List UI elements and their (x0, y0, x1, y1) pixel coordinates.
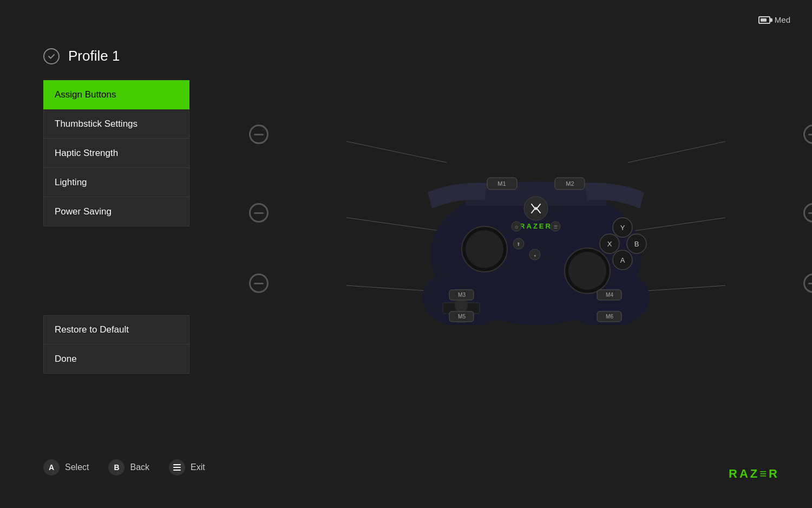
svg-point-13 (524, 197, 548, 220)
action-buttons: Restore to Default Done (43, 315, 189, 374)
profile-icon (43, 48, 60, 64)
svg-text:A: A (620, 256, 625, 264)
svg-line-3 (620, 213, 725, 233)
svg-text:B: B (634, 240, 639, 248)
svg-text:X: X (607, 240, 612, 248)
menu-line-3 (173, 470, 181, 471)
svg-text:M6: M6 (606, 314, 613, 320)
controller-wrapper: M1 M2 RAZER ⊙ ☰ M3 (292, 97, 780, 325)
svg-text:⊙: ⊙ (515, 225, 519, 230)
svg-point-20 (466, 230, 503, 268)
svg-line-0 (346, 134, 447, 162)
b-button-icon: B (108, 459, 125, 476)
exit-label: Exit (191, 463, 205, 472)
select-label: Select (65, 463, 89, 472)
menu-line-2 (173, 467, 181, 468)
checkmark-icon (47, 52, 56, 61)
bottom-nav: A Select B Back Exit (43, 459, 205, 476)
no-entry-mid-right (803, 203, 812, 223)
done-button[interactable]: Done (43, 344, 189, 374)
svg-text:Y: Y (620, 224, 625, 232)
no-entry-top-left (249, 125, 269, 144)
battery-icon (758, 16, 770, 24)
menu-item-thumbstick-settings[interactable]: Thumbstick Settings (43, 109, 189, 139)
no-entry-bot-left (249, 273, 269, 293)
svg-text:☰: ☰ (554, 225, 558, 230)
profile-title: Profile 1 (68, 48, 120, 64)
profile-header: Profile 1 (43, 48, 120, 64)
no-entry-bot-right (803, 273, 812, 293)
back-label: Back (130, 463, 149, 472)
nav-select[interactable]: A Select (43, 459, 89, 476)
nav-back[interactable]: B Back (108, 459, 149, 476)
svg-point-23 (455, 299, 468, 312)
no-entry-mid-left (249, 203, 269, 223)
menu-item-power-saving[interactable]: Power Saving (43, 197, 189, 226)
nav-exit[interactable]: Exit (169, 459, 205, 476)
controller-svg: M1 M2 RAZER ⊙ ☰ M3 (346, 97, 725, 325)
svg-text:M4: M4 (606, 292, 613, 298)
svg-text:M1: M1 (497, 180, 506, 187)
svg-text:M3: M3 (458, 292, 466, 298)
controller-area: M1 M2 RAZER ⊙ ☰ M3 (217, 81, 780, 341)
svg-point-29 (568, 252, 606, 290)
menu-button-icon (169, 459, 185, 476)
no-entry-top-right (803, 125, 812, 144)
menu-item-haptic-strength[interactable]: Haptic Strength (43, 139, 189, 168)
svg-text:M5: M5 (458, 314, 466, 320)
svg-text:●: ● (534, 253, 536, 257)
sidebar-menu: Assign Buttons Thumbstick Settings Hapti… (43, 80, 189, 226)
svg-text:RAZER: RAZER (520, 222, 552, 230)
restore-default-button[interactable]: Restore to Default (43, 315, 189, 344)
menu-item-lighting[interactable]: Lighting (43, 168, 189, 197)
svg-line-1 (628, 134, 725, 162)
battery-label: Med (775, 15, 790, 24)
svg-text:⬆: ⬆ (516, 242, 521, 247)
a-button-icon: A (43, 459, 60, 476)
svg-text:M2: M2 (566, 180, 574, 187)
menu-item-assign-buttons[interactable]: Assign Buttons (43, 80, 189, 109)
battery-indicator: Med (758, 15, 790, 24)
menu-line-1 (173, 464, 181, 465)
razer-logo: RAZ≡R (729, 467, 780, 481)
